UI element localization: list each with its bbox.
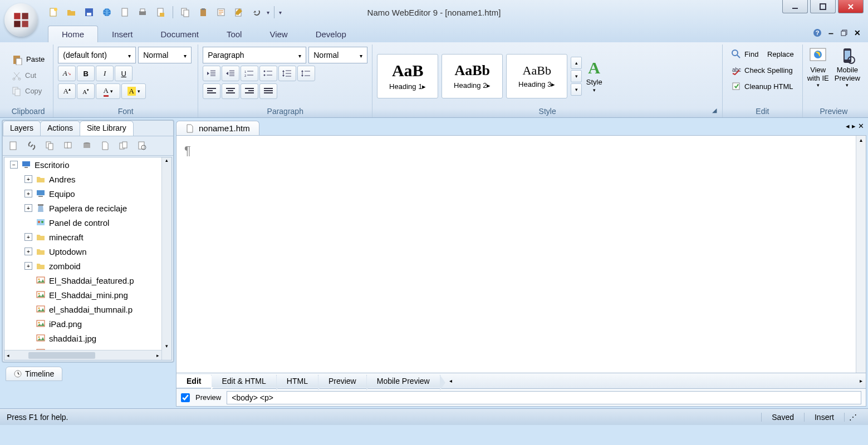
numbered-list-button[interactable]: 12 [241, 66, 258, 81]
tab-site-library[interactable]: Site Library [80, 121, 134, 136]
site-page-button[interactable] [97, 139, 114, 153]
font-name-select[interactable]: (default font) [58, 47, 136, 63]
align-right-button[interactable] [241, 83, 258, 99]
editor-canvas[interactable]: ¶ ▴ [176, 135, 866, 373]
site-link-button[interactable] [23, 139, 40, 153]
mobile-preview-button[interactable]: Mobile Preview▾ [835, 47, 860, 88]
tree-hscrollbar[interactable]: ◂▸ [4, 350, 161, 360]
close-button[interactable] [838, 0, 864, 13]
scroll-up-icon[interactable]: ▴ [571, 57, 582, 69]
minimize-button[interactable] [782, 0, 808, 13]
tab-develop[interactable]: Develop [302, 26, 360, 42]
tree-node[interactable]: Panel de control [4, 215, 171, 230]
attach-button[interactable] [153, 4, 168, 20]
element-path[interactable]: <body> <p> [227, 391, 861, 404]
tab-timeline[interactable]: Timeline [6, 367, 62, 381]
paste-button[interactable] [195, 4, 211, 20]
paragraph-style-select[interactable]: Paragraph [203, 47, 306, 63]
tree-node[interactable]: iPad.png [4, 317, 171, 331]
outdent-button[interactable] [203, 66, 220, 81]
grow-font-button[interactable]: A▴ [58, 83, 76, 99]
help-button[interactable]: ? [812, 28, 822, 38]
bold-button[interactable]: B [77, 66, 95, 81]
tab-tool[interactable]: Tool [213, 26, 256, 42]
line-spacing-button[interactable] [278, 66, 296, 81]
style-launcher[interactable]: ◢ [712, 107, 717, 114]
tree-node[interactable]: +zomboid [4, 259, 171, 273]
view-ie-button[interactable]: View with IE▾ [807, 47, 829, 88]
tree-node[interactable]: el_shaddai_thumnail.p [4, 302, 171, 317]
vtab-preview[interactable]: Preview [318, 375, 367, 387]
open-file-button[interactable] [63, 4, 79, 20]
tree-node[interactable]: shaddai1.jpg [4, 331, 171, 345]
indent-button[interactable] [222, 66, 239, 81]
edit-button[interactable] [231, 4, 247, 20]
italic-button[interactable]: I [96, 66, 114, 81]
doc-next-button[interactable]: ▸ [852, 122, 856, 130]
print-button[interactable] [135, 4, 150, 20]
undo-button[interactable] [249, 4, 264, 20]
style-gallery-scroll[interactable]: ▴▾▾ [571, 57, 582, 96]
vtab-edit-html[interactable]: Edit & HTML [212, 375, 276, 387]
tree-vscrollbar[interactable]: ▴▾ [161, 157, 171, 360]
tab-actions[interactable]: Actions [40, 121, 80, 136]
site-pages-button[interactable] [42, 139, 58, 153]
line-spacing2-button[interactable] [297, 66, 315, 81]
site-stack-button[interactable] [115, 139, 132, 153]
save-button[interactable] [81, 4, 97, 20]
app-menu-button[interactable] [4, 3, 38, 37]
copy-button-ribbon[interactable]: Copy [8, 84, 46, 98]
vtab-edit[interactable]: Edit [176, 375, 212, 387]
tab-layers[interactable]: Layers [3, 121, 41, 136]
spell-check-button[interactable]: abcCheck Spelling [727, 63, 797, 77]
font-size-select[interactable]: Normal [138, 47, 192, 63]
scroll-down-icon[interactable]: ▾ [571, 70, 582, 82]
tree-node[interactable]: +Uptodown [4, 244, 171, 259]
tree-node[interactable]: +Equipo [4, 186, 171, 201]
maximize-button[interactable] [810, 0, 836, 13]
underline-button[interactable]: U [115, 66, 133, 81]
file-tree[interactable]: −Escritorio+Andres+Equipo+Papelera de re… [4, 157, 172, 360]
paragraph-variant-select[interactable]: Normal [308, 47, 367, 63]
document-tab[interactable]: noname1.htm [176, 121, 259, 135]
qat-customize-dropdown[interactable]: ▾ [279, 9, 282, 16]
style-heading2[interactable]: AaBbHeading 2▸ [442, 54, 503, 98]
align-left-button[interactable] [203, 83, 220, 99]
vtab-html[interactable]: HTML [277, 375, 318, 387]
tab-document[interactable]: Document [147, 26, 213, 42]
editor-vscrollbar[interactable]: ▴ [856, 136, 866, 373]
tree-node[interactable]: +Andres [4, 172, 171, 186]
site-search-button[interactable] [134, 139, 150, 153]
tree-node[interactable]: +Papelera de reciclaje [4, 201, 171, 215]
cleanup-html-button[interactable]: Cleanup HTML [727, 79, 797, 93]
style-dropdown[interactable]: A Style ▾ [585, 59, 603, 93]
site-new-button[interactable] [5, 139, 22, 153]
editor-hscrollbar[interactable]: ◂▸ [446, 378, 866, 384]
print-preview-button[interactable] [117, 4, 133, 20]
mdi-restore-button[interactable] [839, 28, 849, 38]
status-resize-grip[interactable]: ⋰ [844, 413, 861, 422]
site-refresh-button[interactable] [79, 139, 95, 153]
mdi-minimize-button[interactable]: ‒ [826, 28, 836, 38]
site-copy-button[interactable] [60, 139, 77, 153]
find-replace-button[interactable]: Find Replace [727, 47, 798, 61]
vtab-mobile-preview[interactable]: Mobile Preview [367, 375, 440, 387]
cut-button[interactable]: Cut [8, 68, 40, 83]
tab-home[interactable]: Home [48, 26, 98, 42]
clear-format-button[interactable]: A↘ [58, 66, 76, 81]
tree-node[interactable]: El_Shaddai_mini.png [4, 288, 171, 302]
tab-view[interactable]: View [256, 26, 301, 42]
tree-node[interactable]: −Escritorio [4, 157, 171, 172]
tab-insert[interactable]: Insert [98, 26, 147, 42]
form-button[interactable] [213, 4, 229, 20]
font-color-button[interactable]: A▾ [96, 83, 120, 99]
doc-close-button[interactable]: ✕ [858, 122, 864, 130]
shrink-font-button[interactable]: A▾ [77, 83, 95, 99]
tree-node[interactable]: El_Shaddai_featured.p [4, 273, 171, 288]
paste-button-ribbon[interactable]: Paste [8, 52, 48, 67]
align-justify-button[interactable] [259, 83, 277, 99]
undo-dropdown[interactable]: ▾ [267, 9, 269, 16]
scroll-more-icon[interactable]: ▾ [571, 83, 582, 96]
copy-button[interactable] [178, 4, 193, 20]
style-heading1[interactable]: AaBHeading 1▸ [377, 54, 438, 98]
